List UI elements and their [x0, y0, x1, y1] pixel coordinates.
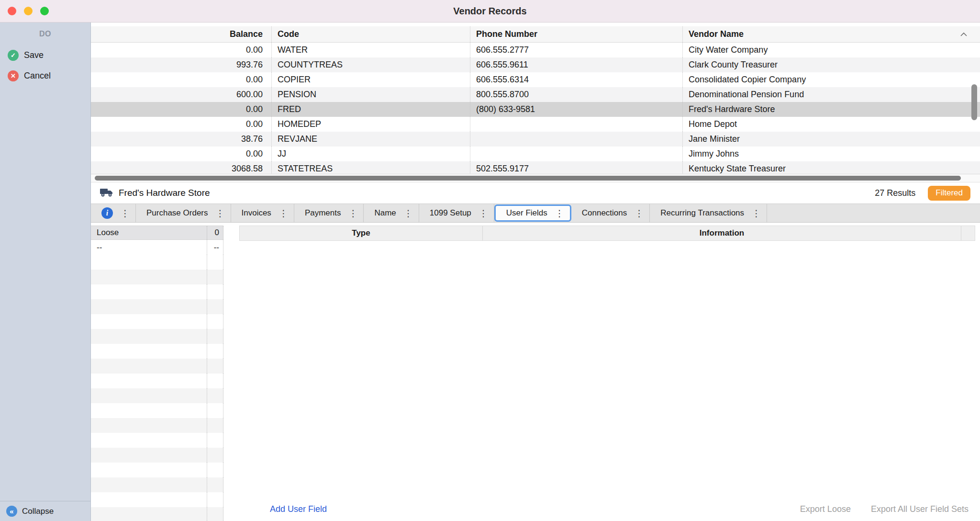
tab-menu-icon[interactable]: ⋮ [216, 209, 225, 218]
close-window-button[interactable] [8, 7, 16, 15]
export-loose-link[interactable]: Export Loose [800, 504, 851, 514]
tab-name[interactable]: Name⋮ [364, 204, 419, 222]
vertical-scrollbar[interactable] [969, 26, 979, 174]
vendor-balance-cell: 38.76 [91, 132, 272, 147]
vendor-code-cell: JJ [272, 147, 470, 161]
tab-payments[interactable]: Payments⋮ [294, 204, 364, 222]
column-header-type[interactable]: Type [240, 226, 483, 240]
loose-placeholder-row[interactable]: -- -- [91, 240, 223, 255]
sidebar: DO ✓ Save ✕ Cancel « Collapse [0, 23, 91, 521]
vendor-name-cell: Consolidated Copier Company [683, 72, 980, 87]
vendor-row[interactable]: 38.76REVJANEJane Minister [91, 132, 980, 147]
tab-menu-icon[interactable]: ⋮ [348, 209, 357, 218]
tab-menu-icon[interactable]: ⋮ [121, 209, 130, 218]
minimize-window-button[interactable] [24, 7, 33, 15]
vendor-phone-cell: (800) 633-9581 [470, 102, 683, 117]
tab-label: User Fields [506, 208, 547, 218]
vendor-row[interactable]: 0.00COPIER606.555.6314Consolidated Copie… [91, 72, 980, 87]
collapse-button[interactable]: « Collapse [0, 501, 90, 521]
loose-empty-row [91, 299, 223, 314]
vendor-code-cell: FRED [272, 102, 470, 117]
vendor-phone-cell: 606.555.9611 [470, 57, 683, 72]
sidebar-section-label: DO [0, 23, 90, 45]
vendor-balance-cell: 993.76 [91, 57, 272, 72]
vendor-code-cell: COUNTYTREAS [272, 57, 470, 72]
tab-1099-setup[interactable]: 1099 Setup⋮ [419, 204, 494, 222]
column-header-information[interactable]: Information [483, 226, 961, 240]
loose-empty-cell [91, 299, 207, 314]
loose-empty-cell [91, 284, 207, 299]
loose-empty-cell [91, 403, 207, 418]
loose-empty-row [91, 463, 223, 477]
tab-menu-icon[interactable]: ⋮ [555, 209, 564, 218]
user-fields-panel: Type Information Add User Field Export L… [239, 226, 975, 521]
save-button[interactable]: ✓ Save [0, 45, 90, 66]
tab-label: Invoices [242, 208, 271, 218]
export-all-user-field-sets-link[interactable]: Export All User Field Sets [871, 504, 969, 514]
loose-empty-count-cell [207, 388, 223, 403]
vendor-row[interactable]: 3068.58STATETREAS502.555.9177Kentucky St… [91, 161, 980, 174]
tab-menu-icon[interactable]: ⋮ [279, 209, 288, 218]
tab-menu-icon[interactable]: ⋮ [752, 209, 761, 218]
add-user-field-link[interactable]: Add User Field [270, 504, 327, 514]
vendor-phone-cell [470, 147, 683, 161]
tab-purchase-orders[interactable]: Purchase Orders⋮ [136, 204, 231, 222]
filtered-badge[interactable]: Filtered [928, 186, 970, 201]
loose-empty-count-cell [207, 359, 223, 374]
loose-empty-row [91, 507, 223, 521]
vendor-rows: 0.00WATER606.555.2777City Water Company9… [91, 43, 980, 174]
loose-empty-cell [91, 433, 207, 448]
user-fields-table-header: Type Information [239, 226, 975, 241]
tab-menu-icon[interactable]: ⋮ [479, 209, 488, 218]
horizontal-scrollbar[interactable] [91, 174, 980, 182]
tab-label: Connections [582, 208, 627, 218]
loose-empty-row [91, 344, 223, 359]
cancel-button[interactable]: ✕ Cancel [0, 66, 90, 86]
column-header-balance[interactable]: Balance [91, 26, 272, 42]
loose-empty-count-cell [207, 329, 223, 344]
tab-connections[interactable]: Connections⋮ [571, 204, 650, 222]
tab-info[interactable]: i ⋮ [91, 204, 136, 222]
loose-empty-count-cell [207, 314, 223, 329]
loose-rows [91, 255, 223, 521]
vendor-balance-cell: 0.00 [91, 102, 272, 117]
tab-invoices[interactable]: Invoices⋮ [231, 204, 294, 222]
horizontal-scrollbar-thumb[interactable] [95, 176, 961, 181]
tab-label: Name [374, 208, 396, 218]
loose-empty-count-cell [207, 433, 223, 448]
tab-menu-icon[interactable]: ⋮ [635, 209, 644, 218]
vendor-phone-cell: 606.555.2777 [470, 43, 683, 57]
tab-label: 1099 Setup [430, 208, 471, 218]
vendor-row[interactable]: 993.76COUNTYTREAS606.555.9611Clark Count… [91, 57, 980, 72]
tab-user-fields[interactable]: User Fields⋮ [494, 204, 571, 222]
loose-set-count: 0 [207, 226, 223, 239]
vendor-code-cell: PENSION [272, 87, 470, 102]
vertical-scrollbar-thumb[interactable] [971, 84, 977, 120]
vendor-row[interactable]: 0.00FRED(800) 633-9581Fred's Hardware St… [91, 102, 980, 117]
sort-ascending-icon [960, 32, 968, 37]
loose-empty-count-cell [207, 270, 223, 284]
vendor-balance-cell: 0.00 [91, 147, 272, 161]
detail-header: Fred's Hardware Store 27 Results Filtere… [91, 182, 980, 204]
column-header-phone-number[interactable]: Phone Number [470, 26, 683, 42]
window-controls [8, 0, 49, 22]
column-header-code[interactable]: Code [272, 26, 470, 42]
user-fields-footer: Add User Field Export Loose Export All U… [239, 497, 975, 521]
vendor-row[interactable]: 0.00HOMEDEPHome Depot [91, 117, 980, 132]
vendor-row[interactable]: 0.00WATER606.555.2777City Water Company [91, 43, 980, 57]
loose-set-title: Loose [91, 226, 207, 239]
column-header-vendor-name-label: Vendor Name [689, 26, 744, 42]
vendor-name-cell: Kentucky State Treasurer [683, 161, 980, 174]
loose-empty-cell [91, 314, 207, 329]
tab-recurring-transactions[interactable]: Recurring Transactions⋮ [650, 204, 767, 222]
loose-empty-row [91, 448, 223, 463]
tab-menu-icon[interactable]: ⋮ [404, 209, 413, 218]
column-header-vendor-name[interactable]: Vendor Name [683, 26, 980, 42]
loose-set-header[interactable]: Loose 0 [91, 226, 223, 240]
vendor-row[interactable]: 600.00PENSION800.555.8700Denominational … [91, 87, 980, 102]
zoom-window-button[interactable] [40, 7, 49, 15]
double-chevron-left-icon: « [6, 506, 17, 517]
vendor-row[interactable]: 0.00JJJimmy Johns [91, 147, 980, 161]
titlebar: Vendor Records [0, 0, 980, 23]
vendor-code-cell: REVJANE [272, 132, 470, 147]
